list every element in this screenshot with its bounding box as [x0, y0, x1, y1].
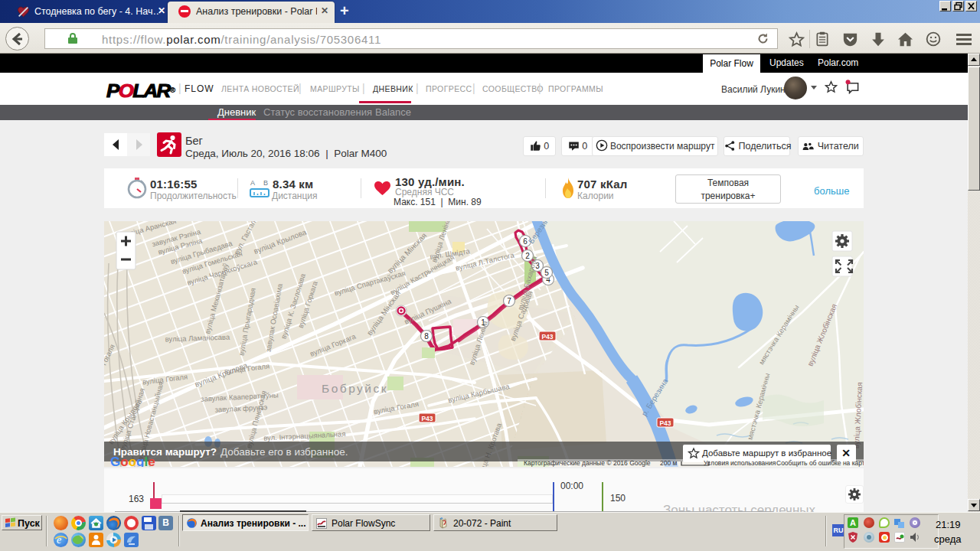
svg-text:Картографические данные © 2016: Картографические данные © 2016 Google [524, 459, 651, 467]
svg-text:7: 7 [507, 297, 511, 305]
svg-text:B: B [263, 179, 268, 187]
svg-text:✕: ✕ [841, 447, 851, 459]
svg-text:Google: Google [110, 455, 155, 467]
svg-text:Р43: Р43 [421, 415, 433, 422]
svg-text:6: 6 [523, 237, 528, 246]
svg-text:8: 8 [424, 332, 429, 341]
svg-text:Бобруйск: Бобруйск [322, 382, 388, 395]
svg-text:5: 5 [544, 269, 549, 277]
svg-text:Р43: Р43 [541, 333, 553, 341]
svg-text:Добавьте его в избранное.: Добавьте его в избранное. [220, 446, 348, 458]
svg-text:200 м: 200 м [660, 459, 678, 467]
svg-text:A: A [250, 179, 255, 187]
svg-text:Условия использования: Условия использования [704, 459, 776, 467]
svg-text:Сообщить об ошибке на карте: Сообщить об ошибке на карте [776, 459, 864, 467]
svg-text:Добавьте маршрут в избранное: Добавьте маршрут в избранное [702, 448, 831, 458]
svg-text:Р43: Р43 [659, 419, 671, 427]
